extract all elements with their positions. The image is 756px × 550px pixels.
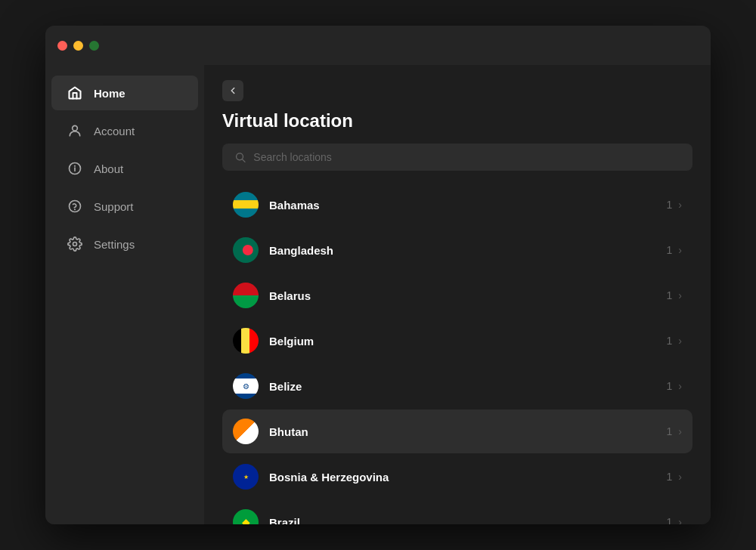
location-name: Brazil	[269, 516, 667, 525]
support-icon	[67, 198, 83, 215]
chevron-right-icon: ›	[678, 244, 682, 256]
location-count: 1	[667, 471, 673, 483]
close-button[interactable]	[57, 41, 67, 51]
maximize-button[interactable]	[89, 41, 99, 51]
chevron-right-icon: ›	[678, 425, 682, 437]
sidebar-item-support-label: Support	[94, 200, 134, 213]
list-item[interactable]: Bosnia & Herzegovina 1 ›	[222, 455, 692, 499]
location-name: Belgium	[269, 335, 667, 348]
chevron-right-icon: ›	[678, 516, 682, 524]
sidebar-item-support[interactable]: Support	[51, 189, 198, 224]
flag-icon	[233, 373, 259, 399]
sidebar-item-about-label: About	[94, 162, 123, 175]
flag-icon	[233, 192, 259, 218]
sidebar-item-account[interactable]: Account	[51, 113, 198, 148]
location-name: Bangladesh	[269, 244, 667, 257]
locations-list: Bahamas 1 › Bangladesh 1 › Belarus 1 › B…	[204, 183, 711, 524]
sidebar-item-account-label: Account	[94, 125, 135, 138]
back-button[interactable]	[222, 80, 243, 101]
svg-point-0	[73, 125, 78, 131]
content-header: Virtual location	[204, 65, 711, 183]
sidebar-item-about[interactable]: About	[51, 151, 198, 186]
location-name: Belize	[269, 380, 667, 393]
page-title: Virtual location	[222, 110, 692, 131]
title-bar	[45, 26, 711, 65]
content-area: Virtual location Bahamas 1 › Bangladesh …	[204, 65, 711, 524]
home-icon	[67, 85, 83, 101]
flag-icon	[233, 283, 259, 308]
flag-icon	[233, 419, 259, 444]
sidebar-item-home[interactable]: Home	[51, 76, 198, 110]
chevron-right-icon: ›	[678, 335, 682, 347]
sidebar-item-home-label: Home	[94, 87, 125, 100]
flag-icon	[233, 328, 259, 354]
location-count: 1	[667, 335, 673, 347]
list-item[interactable]: Bangladesh 1 ›	[222, 228, 692, 272]
location-count: 1	[667, 425, 673, 437]
list-item[interactable]: Brazil 1 ›	[222, 500, 692, 524]
account-icon	[67, 122, 83, 139]
chevron-right-icon: ›	[678, 199, 682, 211]
location-count: 1	[667, 244, 673, 256]
minimize-button[interactable]	[73, 41, 83, 51]
location-name: Belarus	[269, 289, 667, 302]
sidebar-item-settings-label: Settings	[94, 238, 135, 251]
search-input[interactable]	[253, 151, 680, 163]
chevron-right-icon: ›	[678, 471, 682, 483]
location-name: Bhutan	[269, 425, 667, 438]
chevron-right-icon: ›	[678, 380, 682, 392]
flag-icon	[233, 509, 259, 524]
traffic-lights	[57, 41, 99, 51]
search-bar	[222, 144, 692, 171]
location-count: 1	[667, 380, 673, 392]
list-item[interactable]: Belgium 1 ›	[222, 319, 692, 363]
list-item[interactable]: Bahamas 1 ›	[222, 183, 692, 227]
chevron-right-icon: ›	[678, 289, 682, 301]
location-name: Bosnia & Herzegovina	[269, 471, 667, 484]
flag-icon	[233, 464, 259, 490]
svg-point-4	[70, 201, 81, 212]
search-icon	[234, 151, 246, 163]
location-count: 1	[667, 289, 673, 301]
about-icon	[67, 160, 83, 177]
sidebar-item-settings[interactable]: Settings	[51, 227, 198, 261]
location-name: Bahamas	[269, 199, 667, 212]
list-item[interactable]: Belarus 1 ›	[222, 273, 692, 317]
location-count: 1	[667, 516, 673, 524]
list-item[interactable]: Belize 1 ›	[222, 364, 692, 408]
sidebar: Home Account	[45, 65, 204, 524]
main-content: Home Account	[45, 65, 711, 524]
svg-line-8	[243, 159, 246, 162]
list-item[interactable]: Bhutan 1 ›	[222, 409, 692, 453]
svg-point-6	[73, 243, 77, 246]
flag-icon	[233, 237, 259, 263]
location-count: 1	[667, 199, 673, 211]
settings-icon	[67, 236, 83, 252]
app-window: Home Account	[45, 26, 711, 524]
